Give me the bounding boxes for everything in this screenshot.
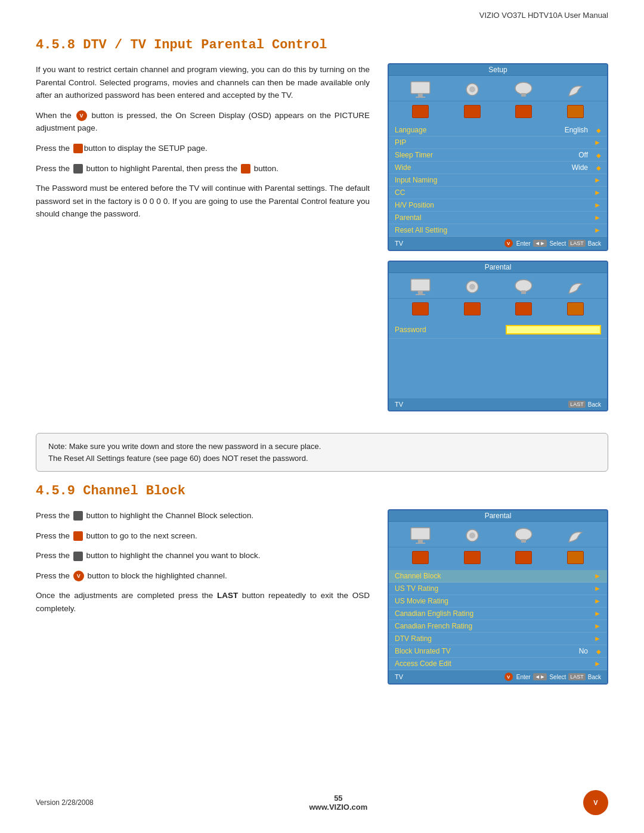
- menu-item-pip[interactable]: PIP ►: [389, 137, 607, 149]
- parental-spacer: [389, 339, 607, 398]
- icon-cb-small-3: [512, 549, 535, 566]
- menu-item-block-unrated[interactable]: Block Unrated TV No ◆: [389, 645, 607, 658]
- menu-item-access-code[interactable]: Access Code Edit ►: [389, 658, 607, 670]
- menu-item-input-naming[interactable]: Input Naming ►: [389, 174, 607, 187]
- section1-title: 4.5.8 DTV / TV Input Parental Control: [36, 38, 608, 52]
- icon-tools-cb: [461, 527, 484, 544]
- svg-point-19: [515, 528, 532, 540]
- para4: Press the button to highlight Parental, …: [36, 162, 370, 175]
- footer-version: Version 2/28/2008: [36, 798, 94, 807]
- menu-item-language[interactable]: Language English ◆: [389, 124, 607, 137]
- setup-icon-row-2: [389, 101, 607, 124]
- para3: Press the button to display the SETUP pa…: [36, 142, 370, 155]
- icon-bird-p: [564, 278, 587, 296]
- setup-icon-row-1: [389, 76, 607, 101]
- section2-layout: Press the button to highlight the Channe…: [36, 509, 608, 694]
- icon-small-1: [409, 103, 432, 120]
- menu-item-dtv-rating[interactable]: DTV Rating ►: [389, 633, 607, 645]
- page-header: VIZIO VO37L HDTV10A User Manual: [0, 0, 644, 20]
- svg-rect-7: [411, 279, 430, 291]
- menu-item-hv-position[interactable]: H/V Position ►: [389, 199, 607, 212]
- note-line-2: The Reset All Settings feature (see page…: [48, 454, 308, 463]
- nav-btn-2: [73, 511, 83, 521]
- menu-item-us-tv-rating[interactable]: US TV Rating ►: [389, 583, 607, 595]
- svg-point-4: [469, 86, 475, 92]
- parental-bottom-bar: TV LAST Back: [389, 398, 607, 410]
- enter-ctrl-icon: V: [504, 239, 513, 247]
- manual-title: VIZIO VO37L HDTV10A User Manual: [479, 11, 608, 20]
- setup-menu: Language English ◆ PIP ► Sleep Timer Of: [389, 124, 607, 237]
- svg-rect-1: [418, 94, 423, 97]
- icon-monitor: [409, 80, 432, 98]
- parental-menu: Password: [389, 321, 607, 398]
- para2: When the V button is pressed, the On Scr…: [36, 109, 370, 135]
- password-input-field[interactable]: [506, 325, 601, 335]
- svg-point-18: [469, 532, 475, 538]
- svg-rect-9: [416, 294, 425, 295]
- icon-satellite: [512, 80, 535, 98]
- icon-satellite-p: [512, 278, 535, 296]
- menu-item-sleep[interactable]: Sleep Timer Off ◆: [389, 149, 607, 162]
- menu-item-reset[interactable]: Reset All Setting ►: [389, 224, 607, 237]
- icon-p-small-4: [564, 300, 587, 318]
- svg-rect-13: [521, 290, 526, 294]
- menu-item-us-movie-rating[interactable]: US Movie Rating ►: [389, 595, 607, 608]
- icon-cb-small-2: [461, 549, 484, 566]
- icon-small-3: [512, 103, 535, 120]
- icon-small-4: [564, 103, 587, 120]
- enter-btn-2: [73, 531, 83, 541]
- main-content: 4.5.8 DTV / TV Input Parental Control If…: [0, 20, 644, 730]
- icon-satellite-cb: [512, 527, 535, 544]
- page-footer: Version 2/28/2008 55 www.VIZIO.com V: [0, 790, 644, 815]
- section1-screens: Setup: [388, 63, 608, 421]
- menu-item-cc[interactable]: CC ►: [389, 187, 607, 199]
- parental-icon-row-1: [389, 273, 607, 299]
- note-box: Note: Make sure you write down and store…: [36, 433, 608, 472]
- icon-monitor-p: [409, 278, 432, 296]
- svg-point-5: [515, 82, 532, 94]
- para5: The Password must be entered before the …: [36, 182, 370, 221]
- menu-item-canadian-english-rating[interactable]: Canadian English Rating ►: [389, 608, 607, 620]
- s2-para2: Press the button to go to the next scree…: [36, 529, 370, 543]
- cb-bottom-bar: TV V Enter ◄► Select LAST Back: [389, 670, 607, 683]
- enter-button-icon: [241, 164, 250, 174]
- menu-item-wide[interactable]: Wide Wide ◆: [389, 162, 607, 174]
- parental-screen: Parental: [388, 261, 608, 411]
- menu-item-channel-block[interactable]: Channel Block ►: [389, 570, 607, 583]
- icon-cb-small-4: [564, 549, 587, 566]
- cb-icon-row-1: [389, 522, 607, 547]
- section2-title: 4.5.9 Channel Block: [36, 484, 608, 498]
- nav-btn-3: [73, 552, 83, 561]
- cb-icon-row-2: [389, 547, 607, 570]
- s2-para1: Press the button to highlight the Channe…: [36, 509, 370, 522]
- section2-text: Press the button to highlight the Channe…: [36, 509, 370, 694]
- section1-layout: If you want to restrict certain channel …: [36, 63, 608, 421]
- parental-icon-row-2: [389, 299, 607, 321]
- footer-page-number: 55: [309, 794, 367, 803]
- channel-block-screen-col: Parental: [388, 509, 608, 694]
- icon-small-2: [461, 103, 484, 120]
- icon-bird: [564, 80, 587, 98]
- svg-rect-20: [521, 539, 526, 543]
- svg-rect-8: [418, 291, 423, 294]
- setup-button-icon: [73, 144, 83, 153]
- icon-p-small-1: [409, 300, 432, 318]
- menu-item-password: Password: [389, 321, 607, 339]
- icon-tools: [461, 80, 484, 98]
- svg-point-11: [469, 284, 475, 290]
- channel-block-screen-title: Parental: [389, 510, 607, 522]
- svg-rect-16: [416, 543, 425, 544]
- icon-cb-small-1: [409, 549, 432, 566]
- section1-text: If you want to restrict certain channel …: [36, 63, 370, 421]
- nav-button-icon-1: [73, 164, 83, 174]
- parental-screen-title: Parental: [389, 262, 607, 273]
- channel-block-screen: Parental: [388, 509, 608, 685]
- menu-item-parental[interactable]: Parental ►: [389, 212, 607, 224]
- icon-monitor-cb: [409, 527, 432, 544]
- icon-p-small-2: [461, 300, 484, 318]
- v-button-2: V: [73, 571, 84, 581]
- setup-screen-title: Setup: [389, 64, 607, 76]
- para1: If you want to restrict certain channel …: [36, 63, 370, 102]
- menu-item-canadian-french-rating[interactable]: Canadian French Rating ►: [389, 620, 607, 633]
- cb-enter-ctrl-icon: V: [504, 673, 513, 681]
